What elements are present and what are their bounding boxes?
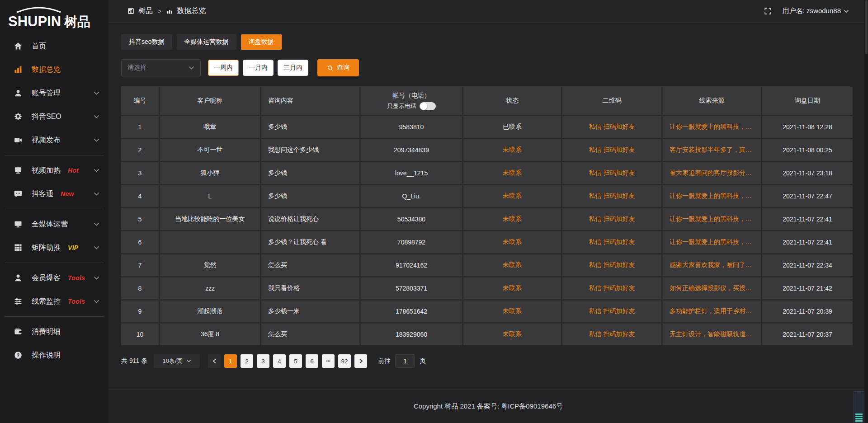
page-number-list: 123456•••92 — [224, 354, 351, 368]
cell-no: 3 — [121, 162, 159, 184]
cell-qrcode[interactable]: 私信 扫码加好友 — [562, 162, 661, 184]
cell-status: 未联系 — [463, 139, 561, 161]
cell-qrcode[interactable]: 私信 扫码加好友 — [562, 301, 661, 322]
sidebar-item-omni-media[interactable]: 全媒体运营 — [0, 212, 108, 236]
cell-date: 2021-11-07 22:41 — [762, 208, 853, 230]
topbar-right: 用户名: zswodun88 — [764, 7, 849, 15]
goto-page-input[interactable] — [395, 354, 415, 368]
cell-qrcode[interactable]: 私信 扫码加好友 — [562, 116, 661, 138]
svg-text:?: ? — [17, 352, 20, 358]
next-page-button[interactable] — [354, 354, 367, 368]
cell-date: 2021-11-07 22:41 — [762, 231, 853, 253]
cell-nickname: 当地比较能吃的一位美女 — [160, 208, 260, 230]
cell-source[interactable]: 如何正确选择投影仪，买投影... — [663, 277, 761, 299]
page-number-button[interactable]: 92 — [338, 354, 351, 368]
cell-nickname: 觉然 — [160, 254, 260, 276]
query-button[interactable]: 查询 — [317, 59, 359, 76]
sidebar-item-matrix-boost[interactable]: 矩阵助推VIP — [0, 236, 108, 259]
cell-account: Q_Liu. — [361, 185, 462, 207]
cell-qrcode[interactable]: 私信 扫码加好友 — [562, 139, 661, 161]
cell-source[interactable]: 让你一眼就爱上的黑科技，能... — [663, 116, 761, 138]
sidebar-item-video-heating[interactable]: 视频加热Hot — [0, 159, 108, 182]
page-number-button[interactable]: 6 — [306, 354, 318, 368]
tab-1[interactable]: 全媒体运营数据 — [177, 34, 236, 50]
sliders-icon — [14, 297, 23, 306]
cell-qrcode[interactable]: 私信 扫码加好友 — [562, 231, 661, 253]
sidebar-item-home[interactable]: 首页 — [0, 34, 108, 58]
cell-source[interactable]: 感谢大家喜欢我家，被问了好... — [663, 254, 761, 276]
sidebar-item-douyin-seo[interactable]: 抖音SEO — [0, 105, 108, 128]
page-number-button[interactable]: 4 — [273, 354, 286, 368]
cell-qrcode[interactable]: 私信 扫码加好友 — [562, 277, 661, 299]
page-size-select[interactable]: 10条/页 — [154, 354, 200, 368]
scrollbar-thumb[interactable] — [865, 0, 868, 54]
chevron-left-icon — [212, 358, 217, 364]
page-ellipsis-button[interactable]: ••• — [322, 354, 335, 368]
sidebar-item-data-overview[interactable]: 数据总览 — [0, 58, 108, 81]
cell-status: 未联系 — [463, 185, 561, 207]
cell-source[interactable]: 让你一眼就爱上的黑科技，能... — [663, 208, 761, 230]
cell-status: 未联系 — [463, 324, 561, 345]
cell-no: 7 — [121, 254, 159, 276]
corner-widget[interactable] — [854, 391, 864, 423]
source-link-text: 让你一眼就爱上的黑科技，能... — [670, 123, 754, 131]
cell-source[interactable]: 多功能护栏灯，适用于乡村文... — [663, 301, 761, 322]
sidebar-item-account-management[interactable]: 账号管理 — [0, 81, 108, 105]
cell-source[interactable]: 让你一眼就爱上的黑科技，能... — [663, 231, 761, 253]
cell-source[interactable]: 被大家追着问的客厅投影分享... — [663, 162, 761, 184]
cell-qrcode[interactable]: 私信 扫码加好友 — [562, 324, 661, 345]
cell-nickname: zzz — [160, 277, 260, 299]
sidebar-item-label: 抖客通 — [32, 189, 53, 199]
page-number-button[interactable]: 1 — [224, 354, 237, 368]
range-button-0[interactable]: 一周内 — [208, 60, 239, 76]
page-number-button[interactable]: 5 — [289, 354, 302, 368]
screen-icon — [14, 166, 23, 175]
range-button-2[interactable]: 三月内 — [278, 60, 308, 76]
tab-0[interactable]: 抖音seo数据 — [121, 34, 172, 50]
account-select[interactable]: 请选择 — [121, 59, 201, 76]
cell-date: 2021-11-07 22:47 — [762, 185, 853, 207]
user-menu[interactable]: 用户名: zswodun88 — [783, 7, 849, 15]
cell-status: 未联系 — [463, 301, 561, 322]
range-button-1[interactable]: 一月内 — [243, 60, 274, 76]
phone-only-toggle[interactable] — [420, 102, 436, 110]
phone-only-label: 只显示电话 — [387, 102, 416, 110]
cell-nickname: 哦章 — [160, 116, 260, 138]
column-header: 编号 — [121, 87, 159, 115]
cell-source[interactable]: 无主灯设计，智能磁吸轨道灯... — [663, 324, 761, 345]
fullscreen-icon[interactable] — [764, 7, 772, 15]
sidebar-item-doukotong[interactable]: 抖客通New — [0, 182, 108, 206]
cell-date: 2021-11-07 23:18 — [762, 162, 853, 184]
cell-date: 2021-11-07 21:42 — [762, 277, 853, 299]
breadcrumb-root[interactable]: 树品 — [138, 6, 153, 16]
tab-2[interactable]: 询盘数据 — [241, 34, 282, 50]
cell-qrcode[interactable]: 私信 扫码加好友 — [562, 254, 661, 276]
sidebar-item-operation-guide[interactable]: ?操作说明 — [0, 343, 108, 367]
search-icon — [327, 65, 334, 71]
cell-content: 多少钱一米 — [261, 301, 359, 322]
scrollbar[interactable] — [864, 0, 868, 423]
page-number-button[interactable]: 2 — [241, 354, 253, 368]
prev-page-button[interactable] — [208, 354, 221, 368]
cell-qrcode[interactable]: 私信 扫码加好友 — [562, 208, 661, 230]
cell-status: 未联系 — [463, 277, 561, 299]
sidebar-item-consumption-detail[interactable]: 消费明细 — [0, 320, 108, 343]
cell-qrcode[interactable]: 私信 扫码加好友 — [562, 185, 661, 207]
sidebar-item-lead-monitor[interactable]: 线索监控Tools — [0, 290, 108, 313]
sidebar-item-label: 首页 — [32, 42, 46, 51]
chevron-down-icon — [94, 91, 99, 95]
query-button-label: 查询 — [337, 64, 349, 72]
cell-nickname — [160, 231, 260, 253]
sidebar-item-video-publish[interactable]: 视频发布 — [0, 128, 108, 152]
gear-icon — [14, 112, 23, 121]
inquiry-table: 编号客户昵称咨询内容帐号（电话）只显示电话状态二维码线索来源询盘日期1哦章多少钱… — [121, 86, 850, 345]
cell-date: 2021-11-07 20:39 — [762, 301, 853, 322]
sidebar-item-member-baoke[interactable]: 会员爆客Tools — [0, 266, 108, 290]
cell-no: 10 — [121, 324, 159, 345]
cell-source[interactable]: 客厅安装投影半年多了，真实... — [663, 139, 761, 161]
source-link-text: 无主灯设计，智能磁吸轨道灯... — [670, 330, 754, 338]
home-icon — [14, 42, 23, 51]
cell-source[interactable]: 让你一眼就爱上的黑科技，能... — [663, 185, 761, 207]
cell-date: 2021-11-07 20:37 — [762, 324, 853, 345]
page-number-button[interactable]: 3 — [257, 354, 269, 368]
